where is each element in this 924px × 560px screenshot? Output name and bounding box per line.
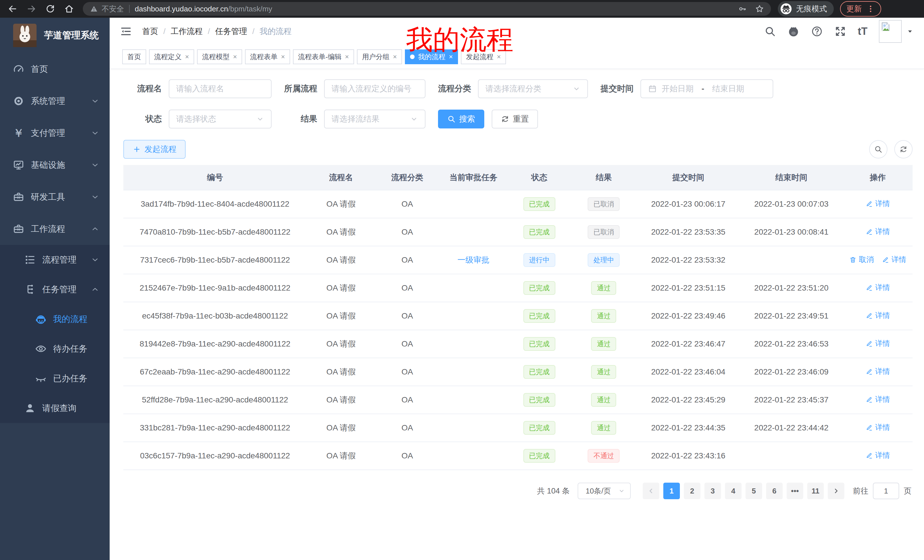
sidebar-item-my-process[interactable]: 我的流程: [0, 304, 110, 334]
close-icon[interactable]: ×: [345, 53, 349, 60]
close-icon[interactable]: ×: [281, 53, 285, 60]
user-icon: [24, 402, 36, 414]
page-button-3[interactable]: 3: [704, 483, 721, 499]
detail-action-link[interactable]: 详情: [866, 367, 890, 376]
cancel-action-link[interactable]: 取消: [849, 255, 874, 265]
insecure-warning-icon[interactable]: [90, 4, 98, 13]
detail-action-link[interactable]: 详情: [866, 338, 890, 349]
detail-action-link[interactable]: 详情: [866, 394, 890, 404]
close-icon[interactable]: ×: [233, 53, 237, 60]
next-page-button[interactable]: [828, 483, 844, 499]
breadcrumb-item[interactable]: 工作流程: [171, 26, 203, 37]
eye-closed-icon: [35, 373, 47, 385]
app-logo[interactable]: 芋道管理系统: [0, 18, 110, 53]
status-select[interactable]: 请选择状态: [169, 109, 272, 129]
process-name-input[interactable]: 请输入流程名: [169, 79, 272, 98]
detail-action-link[interactable]: 详情: [866, 227, 890, 237]
sidebar-item-dev-tools[interactable]: 研发工具: [0, 181, 110, 213]
sidebar-item-leave-query[interactable]: 请假查询: [0, 393, 110, 423]
tab-process-model[interactable]: 流程模型×: [197, 49, 242, 64]
sidebar-item-todo-task[interactable]: 待办任务: [0, 334, 110, 364]
sidebar-item-done-task[interactable]: 已办任务: [0, 364, 110, 393]
page-button-6[interactable]: 6: [766, 483, 783, 499]
close-icon[interactable]: ×: [185, 53, 189, 60]
detail-action-link[interactable]: 详情: [866, 451, 890, 460]
page-button-4[interactable]: 4: [725, 483, 741, 499]
cell-actions: 详情: [843, 330, 913, 358]
collapse-menu-icon[interactable]: [120, 25, 132, 37]
password-key-icon[interactable]: [738, 4, 747, 13]
url-path[interactable]: /bpm/task/my: [228, 4, 272, 13]
status-badge: 已完成: [524, 421, 555, 435]
github-icon[interactable]: [788, 25, 800, 37]
home-icon[interactable]: [64, 4, 74, 14]
sidebar-item-home[interactable]: 首页: [0, 53, 110, 85]
pager-ellipsis[interactable]: •••: [787, 483, 803, 499]
result-select[interactable]: 请选择流结果: [324, 109, 426, 129]
page-button-11[interactable]: 11: [807, 483, 824, 499]
sidebar-item-payment[interactable]: ￥支付管理: [0, 117, 110, 149]
sidebar-item-system[interactable]: 系统管理: [0, 85, 110, 117]
search-icon[interactable]: [764, 25, 776, 37]
cell-result: 通过: [571, 274, 637, 302]
breadcrumb-item[interactable]: 我的流程: [260, 26, 291, 37]
parent-process-input[interactable]: 请输入流程定义的编号: [324, 79, 426, 98]
page-size-select[interactable]: 10条/页: [578, 483, 631, 499]
sidebar-item-label: 工作流程: [31, 223, 91, 235]
font-size-icon[interactable]: tT: [858, 26, 867, 36]
back-icon[interactable]: [8, 4, 18, 14]
submit-time-range-picker[interactable]: 开始日期 - 结束日期: [640, 79, 773, 98]
reset-button[interactable]: 重置: [492, 109, 538, 129]
detail-action-link[interactable]: 详情: [866, 310, 890, 320]
sidebar-item-task-management[interactable]: 任务管理: [0, 275, 110, 304]
goto-page-input[interactable]: 1: [873, 483, 899, 499]
detail-action-link[interactable]: 详情: [882, 255, 906, 265]
sidebar-item-process-management[interactable]: 流程管理: [0, 245, 110, 275]
start-process-button[interactable]: 发起流程: [123, 140, 186, 159]
detail-action-link[interactable]: 详情: [866, 199, 890, 209]
breadcrumb-item[interactable]: 首页: [142, 26, 158, 37]
search-button[interactable]: 搜索: [438, 109, 484, 129]
sidebar-item-infrastructure[interactable]: 基础设施: [0, 149, 110, 181]
category-select[interactable]: 请选择流程分类: [478, 79, 588, 98]
tab-process-form[interactable]: 流程表单×: [245, 49, 290, 64]
status-badge: 已完成: [524, 225, 555, 239]
tab-home[interactable]: 首页: [122, 49, 146, 64]
forward-icon[interactable]: [26, 4, 36, 14]
fullscreen-icon[interactable]: [834, 25, 846, 37]
table-row: 67c2eaab-7b9a-11ec-a290-acde48001122OA 请…: [123, 358, 913, 386]
prev-page-button[interactable]: [643, 483, 659, 499]
tab-process-definition[interactable]: 流程定义×: [149, 49, 194, 64]
browser-update-button[interactable]: 更新: [840, 1, 881, 16]
address-bar[interactable]: 不安全 dashboard.yudao.iocoder.cn/bpm/task/…: [83, 2, 771, 16]
page-button-5[interactable]: 5: [746, 483, 762, 499]
table-column-header: 状态: [508, 165, 571, 190]
close-icon[interactable]: ×: [393, 53, 397, 60]
url-host[interactable]: dashboard.yudao.iocoder.cn: [135, 4, 228, 13]
tab-process-form-edit[interactable]: 流程表单-编辑×: [293, 49, 354, 64]
start-date-placeholder[interactable]: 开始日期: [662, 83, 694, 94]
table-column-header: 提交时间: [637, 165, 740, 190]
update-label[interactable]: 更新: [846, 4, 862, 14]
end-date-placeholder[interactable]: 结束日期: [712, 83, 744, 94]
toggle-search-button[interactable]: [869, 140, 888, 159]
browser-menu-icon[interactable]: [866, 4, 875, 13]
insecure-label[interactable]: 不安全: [102, 4, 124, 14]
tab-user-group[interactable]: 用户分组×: [357, 49, 402, 64]
detail-action-link[interactable]: 详情: [866, 422, 890, 433]
cell-current-task: [439, 274, 508, 302]
detail-action-link[interactable]: 详情: [866, 283, 890, 293]
table-column-header: 结果: [571, 165, 637, 190]
page-button-1[interactable]: 1: [663, 483, 680, 499]
breadcrumb-item[interactable]: 任务管理: [215, 26, 247, 37]
current-task-link[interactable]: 一级审批: [458, 256, 489, 264]
refresh-table-button[interactable]: [894, 140, 913, 159]
help-icon[interactable]: [811, 25, 823, 37]
sidebar-item-workflow[interactable]: 工作流程: [0, 213, 110, 245]
avatar-caret-icon[interactable]: [906, 28, 914, 35]
avatar[interactable]: [879, 20, 902, 43]
breadcrumb-separator: /: [208, 27, 210, 36]
bookmark-star-icon[interactable]: [755, 4, 764, 13]
reload-icon[interactable]: [45, 4, 56, 14]
page-button-2[interactable]: 2: [684, 483, 700, 499]
